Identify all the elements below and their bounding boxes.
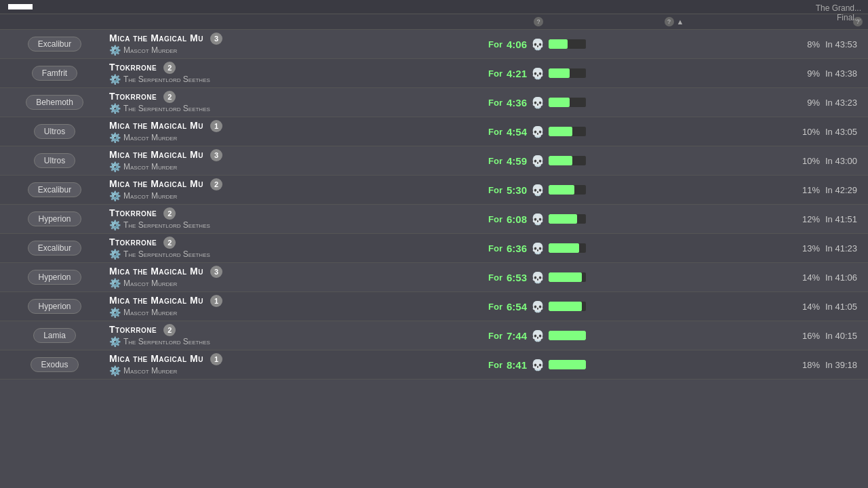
- boss-name: Mica the Magical Mu 3: [109, 266, 469, 278]
- cap-cell: 18% In 39:18: [741, 360, 863, 370]
- open-cell: For 8:41 💀: [469, 359, 605, 371]
- world-button[interactable]: Behemoth: [26, 95, 83, 110]
- for-label: For: [488, 360, 502, 370]
- world-button[interactable]: Ultros: [34, 124, 75, 139]
- window-sort-icon[interactable]: ▲: [677, 18, 684, 26]
- open-timer: 4:54: [507, 126, 527, 138]
- cap-timer: In 41:23: [825, 243, 857, 253]
- boss-cell: Mica the Magical Mu 3 ⚙️ Mascot Murder: [104, 149, 469, 172]
- for-label: For: [488, 156, 502, 166]
- cap-pct: 9%: [807, 98, 820, 108]
- world-button[interactable]: Excalibur: [28, 182, 81, 197]
- fate-icon: ⚙️: [109, 74, 121, 85]
- header-bar: The Grand...Final...: [0, 0, 868, 14]
- world-button[interactable]: Exodus: [31, 357, 78, 372]
- table-row: Hyperion Mica the Magical Mu 3 ⚙️ Mascot…: [0, 263, 868, 292]
- skull-icon: 💀: [531, 271, 545, 284]
- cap-pct: 12%: [802, 214, 820, 224]
- skull-icon: 💀: [531, 38, 545, 51]
- open-cell: For 6:53 💀: [469, 271, 605, 284]
- open-timer: 4:36: [507, 97, 527, 108]
- fate-icon: ⚙️: [109, 365, 121, 376]
- for-label: For: [488, 98, 502, 108]
- fate-row: ⚙️ The Serpentlord Seethes: [109, 336, 469, 347]
- cap-timer: In 43:00: [825, 156, 857, 166]
- fate-icon: ⚙️: [109, 190, 121, 201]
- cap-timer: In 41:51: [825, 214, 857, 224]
- boss-name: Ttokrrone 2: [109, 62, 469, 74]
- progress-bar: [549, 243, 586, 253]
- boss-name: Mica the Magical Mu 3: [109, 149, 469, 161]
- cap-pct: 18%: [802, 360, 820, 370]
- boss-name: Ttokrrone 2: [109, 207, 469, 220]
- fate-icon: ⚙️: [109, 249, 121, 260]
- progress-fill: [549, 331, 586, 340]
- fate-name: Mascot Murder: [123, 45, 177, 55]
- skull-icon: 💀: [531, 213, 545, 226]
- fate-row: ⚙️ The Serpentlord Seethes: [109, 249, 469, 260]
- open-cell: For 4:59 💀: [469, 155, 605, 167]
- world-button[interactable]: Hyperion: [28, 211, 81, 226]
- world-button[interactable]: Hyperion: [28, 299, 81, 314]
- world-cell: Behemoth: [5, 95, 104, 110]
- boss-name: Mica the Magical Mu 1: [109, 295, 469, 307]
- table-row: Lamia Ttokrrone 2 ⚙️ The Serpentlord See…: [0, 321, 868, 350]
- boss-cell: Ttokrrone 2 ⚙️ The Serpentlord Seethes: [104, 62, 469, 85]
- world-button[interactable]: Excalibur: [28, 241, 81, 256]
- column-headers: ? ? ▲ ?: [0, 14, 868, 30]
- table-row: Excalibur Ttokrrone 2 ⚙️ The Serpentlord…: [0, 234, 868, 263]
- for-label: For: [488, 302, 502, 312]
- col-boss: [104, 17, 469, 26]
- window-help-icon[interactable]: ?: [665, 17, 674, 26]
- open-cell: For 4:21 💀: [469, 67, 605, 80]
- for-label: For: [488, 127, 502, 137]
- cap-pct: 11%: [802, 185, 820, 195]
- cap-cell: 8% In 43:53: [741, 39, 863, 49]
- open-cell: For 4:36 💀: [469, 96, 605, 109]
- open-timer: 4:21: [507, 68, 527, 79]
- fate-name: Mascot Murder: [123, 162, 177, 171]
- cap-timer: In 43:05: [825, 127, 857, 137]
- cap-pct: 14%: [802, 272, 820, 283]
- top-right-info: The Grand...Final...: [816, 3, 861, 22]
- cap-cell: 10% In 43:00: [741, 156, 863, 166]
- skull-icon: 💀: [531, 300, 545, 313]
- progress-bar: [549, 331, 586, 340]
- rank-badge: 1: [210, 353, 222, 365]
- for-label: For: [488, 39, 502, 49]
- cap-pct: 16%: [802, 331, 820, 341]
- open-cell: For 6:54 💀: [469, 300, 605, 313]
- fate-row: ⚙️ The Serpentlord Seethes: [109, 74, 469, 85]
- progress-fill: [549, 127, 572, 136]
- cap-pct: 10%: [802, 156, 820, 166]
- for-label: For: [488, 272, 502, 283]
- fate-name: Mascot Murder: [123, 366, 177, 375]
- progress-fill: [549, 156, 572, 165]
- world-cell: Hyperion: [5, 299, 104, 314]
- world-button[interactable]: Ultros: [34, 153, 75, 168]
- progress-bar: [549, 98, 586, 107]
- fate-row: ⚙️ Mascot Murder: [109, 45, 469, 56]
- world-button[interactable]: Hyperion: [28, 270, 81, 285]
- open-timer: 4:06: [507, 39, 527, 50]
- skull-icon: 💀: [531, 67, 545, 80]
- rank-badge: 1: [210, 120, 222, 132]
- world-button[interactable]: Excalibur: [28, 37, 81, 52]
- rank-badge: 1: [210, 295, 222, 307]
- open-tab[interactable]: [8, 4, 33, 9]
- rank-badge: 3: [210, 266, 222, 278]
- cap-cell: 9% In 43:23: [741, 98, 863, 108]
- rank-badge: 2: [163, 324, 176, 336]
- open-timer: 8:41: [507, 359, 527, 371]
- fate-row: ⚙️ Mascot Murder: [109, 132, 469, 143]
- world-button[interactable]: Lamia: [33, 328, 76, 343]
- open-help-icon[interactable]: ?: [534, 17, 543, 26]
- cap-pct: 9%: [807, 68, 820, 79]
- progress-fill: [549, 185, 575, 195]
- for-label: For: [488, 68, 502, 79]
- cap-timer: In 42:29: [825, 185, 857, 195]
- progress-fill: [549, 272, 582, 282]
- open-cell: For 4:54 💀: [469, 125, 605, 138]
- world-button[interactable]: Famfrit: [32, 66, 77, 81]
- boss-cell: Ttokrrone 2 ⚙️ The Serpentlord Seethes: [104, 237, 469, 260]
